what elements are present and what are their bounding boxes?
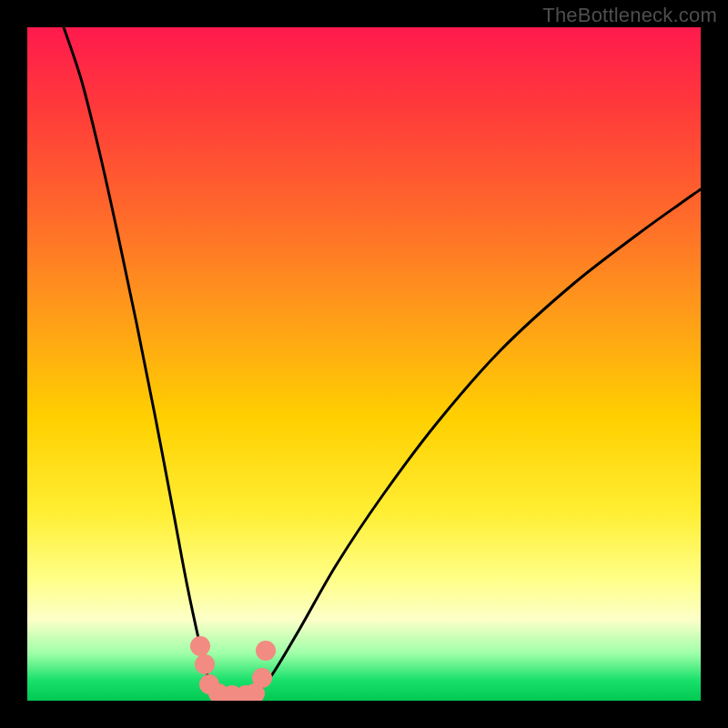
marker-series bbox=[190, 636, 276, 701]
trough-marker bbox=[195, 654, 215, 674]
trough-marker bbox=[256, 641, 276, 661]
plot-area bbox=[27, 27, 701, 701]
bottleneck-curve-left bbox=[64, 27, 214, 696]
trough-marker bbox=[190, 636, 210, 656]
watermark-text: TheBottleneck.com bbox=[542, 4, 717, 27]
bottleneck-curve-right bbox=[255, 189, 701, 696]
line-series bbox=[64, 27, 701, 696]
trough-marker bbox=[252, 668, 272, 688]
curve-layer bbox=[27, 27, 701, 701]
chart-frame: TheBottleneck.com bbox=[0, 0, 728, 728]
